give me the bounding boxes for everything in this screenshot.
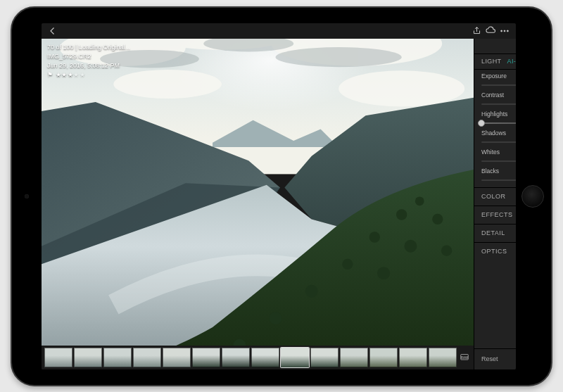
slider-highlights[interactable]: Highlights-100.00 — [481, 110, 516, 126]
svg-point-21 — [305, 284, 318, 297]
filmstrip-thumb[interactable] — [44, 348, 72, 367]
filmstrip-thumb[interactable] — [222, 348, 250, 367]
filmstrip-thumb[interactable] — [369, 348, 398, 367]
filmstrip-thumb[interactable] — [310, 348, 339, 367]
svg-text:RAW: RAW — [461, 355, 469, 359]
slider-whites[interactable]: Whites-10.00 — [481, 148, 516, 164]
filmstrip-thumb[interactable] — [133, 348, 161, 367]
slider-label: Whites — [481, 148, 500, 156]
ipad-frame: 70 of 100 | Loading Original... IMG_5729… — [11, 6, 552, 386]
svg-point-2 — [507, 30, 508, 32]
section-color[interactable]: COLOR◂ — [474, 187, 516, 206]
tab-light[interactable]: LIGHT — [481, 58, 502, 65]
share-icon[interactable] — [469, 24, 483, 38]
svg-point-18 — [441, 245, 452, 255]
section-optics[interactable]: OPTICS◂ — [474, 242, 516, 260]
slider-label: Contrast — [481, 91, 504, 99]
svg-point-20 — [377, 267, 390, 279]
slider-label: Shadows — [481, 129, 506, 137]
photo-canvas[interactable]: 70 of 100 | Loading Original... IMG_5729… — [42, 39, 474, 346]
app-screen: 70 of 100 | Loading Original... IMG_5729… — [42, 23, 516, 369]
filmstrip-thumb[interactable] — [429, 348, 457, 367]
svg-point-13 — [415, 196, 424, 206]
svg-point-22 — [270, 312, 282, 324]
panel-bottom-bar: Reset — [474, 348, 516, 369]
slider-contrast[interactable]: Contrast0.00 — [481, 91, 516, 107]
filmstrip-thumb[interactable] — [163, 348, 191, 367]
back-button[interactable] — [46, 24, 60, 38]
light-sliders: Exposure0.65Contrast0.00Highlights-100.0… — [474, 70, 516, 187]
photo-column: 70 of 100 | Loading Original... IMG_5729… — [42, 39, 474, 369]
svg-point-11 — [276, 47, 402, 67]
svg-point-9 — [339, 70, 464, 106]
slider-exposure[interactable]: Exposure0.65 — [481, 72, 516, 88]
filmstrip-thumb[interactable] — [340, 348, 368, 367]
tab-aiau[interactable]: AI-AU — [507, 58, 516, 65]
datetime-text: Jun 29, 2016, 5:08:12 PM — [47, 61, 130, 70]
section-effects[interactable]: EFFECTS◂ — [474, 206, 516, 224]
filmstrip-thumb[interactable] — [281, 348, 309, 367]
svg-point-19 — [342, 258, 353, 269]
filmstrip-thumb[interactable] — [251, 348, 279, 367]
svg-point-17 — [405, 239, 417, 252]
slider-blacks[interactable]: Blacks25.00 — [481, 167, 516, 183]
svg-point-0 — [501, 30, 502, 32]
star-rating[interactable]: ⚑ ★★★★★ — [47, 70, 130, 80]
slider-label: Blacks — [481, 167, 499, 175]
status-text: 70 of 100 | Loading Original... — [47, 43, 130, 52]
filmstrip-thumb[interactable] — [74, 348, 102, 367]
filmstrip-thumb[interactable] — [192, 348, 220, 367]
topbar — [42, 23, 516, 39]
slider-label: Exposure — [481, 72, 507, 80]
front-camera — [25, 194, 29, 198]
image-metadata-overlay: 70 of 100 | Loading Original... IMG_5729… — [47, 43, 130, 80]
main-area: 70 of 100 | Loading Original... IMG_5729… — [42, 39, 516, 369]
filmstrip[interactable]: RAW — [42, 346, 474, 369]
svg-point-15 — [432, 213, 443, 224]
filename-text: IMG_5729.CR2 — [47, 52, 130, 61]
home-button[interactable] — [521, 185, 544, 208]
filmstrip-thumb[interactable] — [103, 348, 132, 367]
light-panel-tabs: LIGHT AI-AU AUTO CURVE — [474, 54, 516, 70]
more-icon[interactable] — [498, 24, 512, 38]
raw-badge-icon: RAW — [458, 351, 471, 364]
edit-panel: LIGHT AI-AU AUTO CURVE Exposure0.65Contr… — [474, 39, 516, 369]
reset-button[interactable]: Reset — [481, 355, 498, 362]
section-detail[interactable]: DETAIL◂ — [474, 224, 516, 242]
svg-point-14 — [396, 209, 407, 220]
panel-mode-row — [474, 39, 516, 54]
filmstrip-thumb[interactable] — [399, 348, 427, 367]
slider-label: Highlights — [481, 110, 507, 118]
svg-point-16 — [369, 232, 380, 242]
cloud-sync-icon[interactable] — [483, 24, 498, 38]
slider-shadows[interactable]: Shadows49.00 — [481, 129, 516, 145]
svg-point-1 — [504, 30, 505, 32]
